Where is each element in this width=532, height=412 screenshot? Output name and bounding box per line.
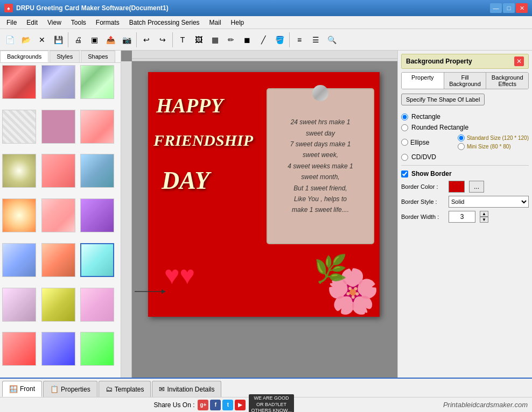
facebook-icon[interactable]: f <box>210 400 221 410</box>
menu-edit[interactable]: Edit <box>22 18 42 27</box>
canvas-scroll[interactable]: HAPPY FRIENDSHIP DAY 24 sweet hrs make 1… <box>132 61 397 378</box>
shape-rounded-radio[interactable] <box>401 124 408 131</box>
bg-thumb-2[interactable] <box>41 65 75 99</box>
menu-tools[interactable]: Tools <box>67 18 90 27</box>
bg-thumb-11[interactable] <box>41 198 75 232</box>
border-style-select[interactable]: Solid Dashed Dotted Double <box>449 196 529 208</box>
menu-batch[interactable]: Batch Processing Series <box>125 18 204 27</box>
bottom-tab-properties-label: Properties <box>61 386 90 393</box>
shape-rectangle-row: Rectangle <box>401 113 529 120</box>
close-button[interactable]: ✕ <box>516 3 528 13</box>
bg-thumb-3[interactable] <box>80 65 114 99</box>
shape-button[interactable]: ◼ <box>240 32 255 47</box>
youtube-icon[interactable]: ▶ <box>235 400 246 410</box>
border-color-dots-button[interactable]: ... <box>469 181 484 193</box>
border-color-picker[interactable] <box>449 181 465 193</box>
align-center-button[interactable]: ☰ <box>308 32 323 47</box>
border-width-label: Border Width : <box>401 214 444 220</box>
barcode-button[interactable]: ▦ <box>207 32 222 47</box>
main-layout: Backgrounds Styles Shapes <box>0 51 532 378</box>
bg-thumb-1[interactable] <box>2 65 36 99</box>
card-happy-text: HAPPY <box>156 94 223 117</box>
maximize-button[interactable]: □ <box>503 3 515 13</box>
bg-thumb-6[interactable] <box>80 110 114 144</box>
bottom-tab-invitation-label: Invitation Details <box>167 386 214 393</box>
bg-thumb-9[interactable] <box>80 154 114 188</box>
bg-thumb-5[interactable] <box>41 110 75 144</box>
twitter-icon[interactable]: t <box>222 400 233 410</box>
tab-fill-background[interactable]: Fill Background <box>444 73 487 89</box>
close-file-button[interactable]: ✕ <box>34 32 50 47</box>
bg-thumb-21[interactable] <box>80 332 114 366</box>
export-button[interactable]: 📤 <box>103 32 118 47</box>
menu-bar: File Edit View Tools Formats Batch Proce… <box>0 16 532 29</box>
show-border-checkbox[interactable] <box>401 171 408 177</box>
bottom-tab-front[interactable]: 🪟 Front <box>2 381 42 397</box>
image-button[interactable]: 🖼 <box>191 32 206 47</box>
background-grid <box>0 63 121 378</box>
bg-thumb-14[interactable] <box>41 243 75 277</box>
we-are-good-badge: WE ARE GOODOR BAD?LETOTHERS KNOW... <box>249 394 293 412</box>
bg-thumb-8[interactable] <box>41 154 75 188</box>
bg-thumb-15[interactable] <box>80 243 114 277</box>
bg-thumb-7[interactable] <box>2 154 36 188</box>
shape-rounded-row: Rounded Rectangle <box>401 124 529 131</box>
bg-thumb-19[interactable] <box>2 332 36 366</box>
size-standard-radio[interactable] <box>458 134 465 141</box>
card-hearts: ♥♥ <box>164 260 195 290</box>
border-width-input[interactable] <box>449 211 475 223</box>
bottom-tab-properties[interactable]: 📋 Properties <box>43 381 97 397</box>
bg-thumb-16[interactable] <box>2 288 36 322</box>
spin-down-button[interactable]: ▼ <box>480 217 488 223</box>
shape-ellipse-label: Ellipse <box>410 139 429 146</box>
tab-property[interactable]: Property <box>402 73 444 89</box>
zoom-in-button[interactable]: 🔍 <box>324 32 339 47</box>
panel-close-button[interactable]: ✕ <box>514 56 524 66</box>
bg-thumb-17[interactable] <box>41 288 75 322</box>
print-button[interactable]: 🖨 <box>71 32 86 47</box>
properties-icon: 📋 <box>50 385 59 393</box>
save-button[interactable]: 💾 <box>51 32 66 47</box>
app-icon: ♠ <box>4 4 13 12</box>
redo-button[interactable]: ↪ <box>155 32 170 47</box>
menu-formats[interactable]: Formats <box>92 18 124 27</box>
menu-mail[interactable]: Mail <box>205 18 226 27</box>
fill-button[interactable]: 🪣 <box>272 32 287 47</box>
minimize-button[interactable]: — <box>490 3 502 13</box>
bg-thumb-10[interactable] <box>2 198 36 232</box>
google-plus-icon[interactable]: g+ <box>198 400 208 410</box>
line-button[interactable]: ╱ <box>256 32 271 47</box>
tab-shapes[interactable]: Shapes <box>81 51 115 62</box>
camera-button[interactable]: 📷 <box>119 32 134 47</box>
print-preview-button[interactable]: ▣ <box>87 32 102 47</box>
card-floral: 🌿 <box>314 253 347 285</box>
size-mini-radio[interactable] <box>458 143 465 150</box>
bg-thumb-18[interactable] <box>80 288 114 322</box>
bottom-tab-templates[interactable]: 🗂 Templates <box>99 381 151 397</box>
tab-backgrounds[interactable]: Backgrounds <box>0 51 48 62</box>
bg-thumb-4[interactable] <box>2 110 36 144</box>
tab-background-effects[interactable]: Background Effects <box>486 73 528 89</box>
greeting-card: HAPPY FRIENDSHIP DAY 24 sweet hrs make 1… <box>148 72 380 317</box>
open-button[interactable]: 📂 <box>18 32 33 47</box>
shape-ellipse-radio[interactable] <box>401 139 408 146</box>
menu-file[interactable]: File <box>2 18 21 27</box>
shape-cd-radio[interactable] <box>401 154 408 161</box>
menu-view[interactable]: View <box>43 18 66 27</box>
invitation-icon: ✉ <box>159 385 165 393</box>
shape-cd-label: CD/DVD <box>411 153 436 161</box>
bg-thumb-12[interactable] <box>80 198 114 232</box>
draw-button[interactable]: ✏ <box>223 32 239 47</box>
share-label: Share Us On : <box>153 401 194 409</box>
undo-button[interactable]: ↩ <box>139 32 154 47</box>
shape-rectangle-radio[interactable] <box>401 113 408 120</box>
align-left-button[interactable]: ≡ <box>292 32 307 47</box>
text-button[interactable]: T <box>175 32 190 47</box>
menu-help[interactable]: Help <box>227 18 249 27</box>
bg-thumb-20[interactable] <box>41 332 75 366</box>
border-color-label: Border Color : <box>401 183 444 190</box>
spin-up-button[interactable]: ▲ <box>480 211 488 217</box>
new-button[interactable]: 📄 <box>2 32 17 47</box>
tab-styles[interactable]: Styles <box>50 51 80 62</box>
bg-thumb-13[interactable] <box>2 243 36 277</box>
